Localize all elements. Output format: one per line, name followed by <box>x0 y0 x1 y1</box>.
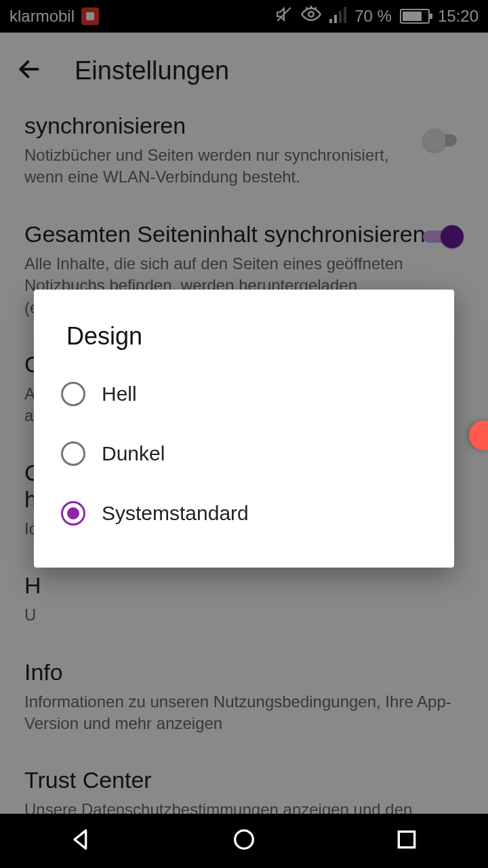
option-systemstandard[interactable]: Systemstandard <box>34 484 454 543</box>
nav-back-icon[interactable] <box>68 826 95 856</box>
radio-icon <box>61 382 85 406</box>
screen: klarmobil 70 % 15:20 Einstellungen syn <box>0 0 488 868</box>
dialog-title: Design <box>34 314 454 364</box>
option-dunkel[interactable]: Dunkel <box>34 424 454 484</box>
radio-icon <box>61 441 85 466</box>
svg-point-3 <box>235 831 253 849</box>
option-label: Dunkel <box>102 442 165 465</box>
option-label: Hell <box>102 382 137 406</box>
system-nav-bar <box>0 814 488 868</box>
option-hell[interactable]: Hell <box>34 364 454 424</box>
nav-home-icon[interactable] <box>230 826 258 856</box>
option-label: Systemstandard <box>102 502 249 525</box>
nav-recent-icon[interactable] <box>393 826 420 856</box>
radio-icon-selected <box>61 501 85 526</box>
svg-rect-4 <box>399 831 414 847</box>
design-dialog: Design Hell Dunkel Systemstandard <box>34 290 454 568</box>
